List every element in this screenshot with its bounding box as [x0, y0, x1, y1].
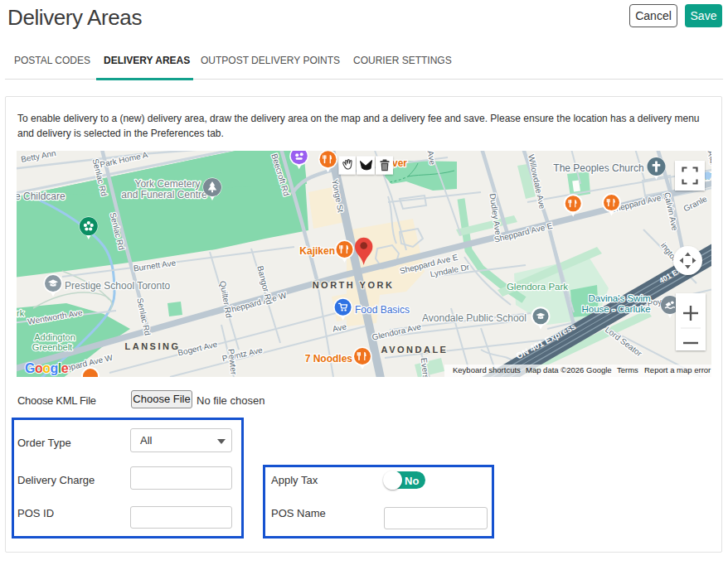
svg-text:7 Noodles: 7 Noodles: [305, 353, 353, 365]
svg-text:Glendora Park: Glendora Park: [507, 282, 568, 292]
svg-text:B: B: [710, 156, 711, 165]
svg-text:Davina's Swim: Davina's Swim: [588, 293, 650, 303]
svg-text:Google: Google: [25, 361, 69, 375]
svg-text:Map data ©2026 Google: Map data ©2026 Google: [526, 365, 612, 374]
svg-text:Kajiken: Kajiken: [299, 245, 335, 257]
svg-text:ver: ver: [392, 157, 407, 169]
svg-text:The Peoples Church: The Peoples Church: [553, 162, 643, 174]
svg-text:Report a map error: Report a map error: [644, 365, 711, 374]
svg-text:Keyboard shortcuts: Keyboard shortcuts: [453, 365, 521, 374]
svg-text:Evers: Evers: [420, 357, 431, 377]
svg-text:Addington: Addington: [34, 332, 75, 342]
svg-text:Greenbelt: Greenbelt: [32, 342, 72, 352]
svg-text:Prestige School Toronto: Prestige School Toronto: [65, 280, 171, 292]
svg-text:AVONDALE: AVONDALE: [381, 345, 449, 355]
svg-text:NORTH YORK: NORTH YORK: [313, 280, 395, 290]
svg-text:e Childcare: e Childcare: [17, 191, 66, 202]
svg-text:House - Carluke: House - Carluke: [581, 304, 650, 314]
svg-text:Avondale Public School: Avondale Public School: [422, 312, 527, 324]
svg-text:Food Basics: Food Basics: [355, 304, 410, 316]
svg-text:and Funeral Centre: and Funeral Centre: [121, 189, 207, 200]
svg-text:rk: rk: [17, 308, 25, 318]
svg-text:Terms: Terms: [617, 365, 638, 374]
svg-text:York Cemetery: York Cemetery: [135, 178, 201, 190]
svg-text:LANSING: LANSING: [125, 341, 181, 351]
